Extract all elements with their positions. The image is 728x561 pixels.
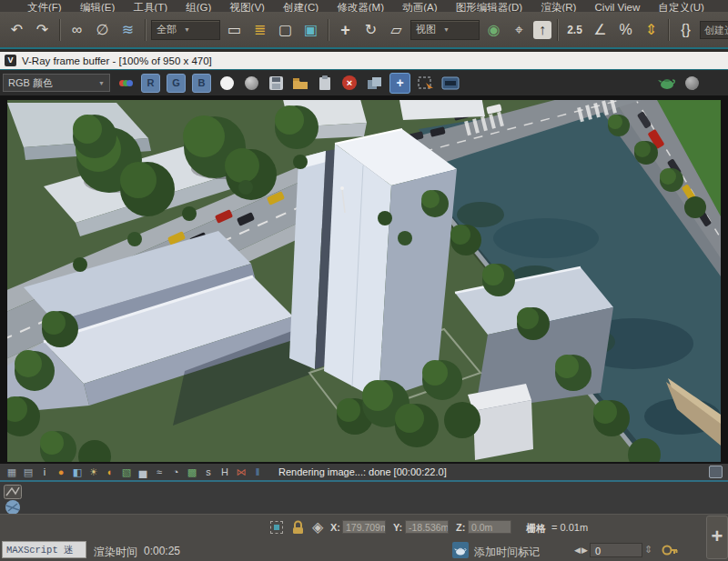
vfb-srgb-icon[interactable]: s [200,466,217,479]
vfb-clear-image-icon[interactable]: × [340,74,359,92]
3dsmax-application-window: 文件(F)编辑(E)工具(T)组(G)视图(V)创建(C)修改器(M)动画(A)… [0,0,728,561]
selection-region-icon[interactable] [270,521,283,534]
vfb-track-mouse-icon[interactable]: + [389,73,410,94]
current-frame-field[interactable]: 0 [590,543,642,557]
percent-snap-icon[interactable]: % [614,18,637,42]
vfb-render-sphere-icon[interactable] [682,74,701,92]
unlink-selection-icon[interactable]: ∅ [91,18,114,42]
vfb-window-title: V-Ray frame buffer - [100% of 950 x 470] [22,55,212,66]
use-pivot-center-icon[interactable]: ◉ [482,18,505,42]
pan-view-button[interactable]: + [706,516,728,559]
select-object-icon[interactable]: ▭ [223,18,246,42]
angle-snap-icon[interactable]: ∠ [589,18,612,42]
status-bar: 选择了 1 个 对象 ◈ X: 179.709m Y: -18.536m Z: … [0,514,728,539]
redo-icon[interactable]: ↷ [31,18,54,42]
snaps-toggle-icon[interactable]: 2.5 [563,18,586,42]
select-and-manipulate-icon[interactable]: ⌖ [508,18,531,42]
spinner-snap-icon[interactable]: ⇕ [640,18,662,42]
time-tag-teapot-icon[interactable] [452,542,469,558]
menu-item-6[interactable]: 创建(C) [283,0,318,12]
menu-item-5[interactable]: 视图(V) [230,0,265,12]
menu-item-4[interactable]: 组(G) [186,0,211,12]
vfb-load-image-icon[interactable] [291,74,309,92]
vfb-correction-icons: ▦▤i●◧☀◐▧▅≈◔▩sH⋈‖ [4,466,266,479]
render-image[interactable] [7,100,721,462]
vfb-background-icon[interactable]: ▩ [184,466,200,479]
vfb-render-last-teapot-icon[interactable] [658,74,676,92]
vfb-save-image-icon[interactable] [267,74,285,92]
vfb-red-channel-button[interactable]: R [141,74,160,93]
bottom-bar: MAXScript 迷 渲染时间 0:00:25 添加时间标记 ◀▶ 0 ⇕ [0,539,728,561]
absolute-offset-mode-icon[interactable]: ◈ [312,518,323,536]
vfb-region-render-icon[interactable] [417,74,435,92]
vfb-color-sampler-icon[interactable]: ● [53,466,69,479]
vfb-green-channel-button[interactable]: G [167,74,186,93]
x-coordinate-field[interactable]: 179.709m [342,520,386,534]
vfb-history-icon[interactable]: ▤ [20,466,36,479]
vfb-duplicate-to-host-icon[interactable] [365,74,383,92]
vfb-exposure-icon[interactable]: ☀ [86,466,102,479]
menu-item-2[interactable]: 编辑(E) [80,0,115,12]
vfb-channel-dropdown[interactable]: RGB 颜色 ▼ [3,74,110,92]
menu-item-1[interactable]: 文件(F) [27,0,62,12]
vfb-monochrome-icon[interactable] [242,74,260,92]
frame-spinner-icon[interactable]: ⇕ [644,544,652,556]
edit-named-selection-sets-icon[interactable]: {} [674,18,697,42]
select-and-scale-icon[interactable]: ▱ [385,18,408,42]
vfb-white-balance-icon[interactable]: ◧ [69,466,86,479]
vfb-copy-to-clipboard-icon[interactable] [316,74,334,92]
menu-item-3[interactable]: 工具(T) [133,0,167,12]
vfb-channel-value: RGB 颜色 [8,76,53,90]
y-coordinate-field[interactable]: -18.536m [405,520,449,534]
menu-item-11[interactable]: Civil View [595,0,641,12]
menu-item-7[interactable]: 修改器(M) [337,0,384,12]
vfb-levels-icon[interactable]: ▅ [135,466,151,479]
grid-label: 栅格 [526,522,546,536]
vfb-lut-icon[interactable]: H [217,466,233,479]
undo-icon[interactable]: ↶ [5,18,28,42]
vfb-alpha-channel-icon[interactable] [217,74,236,92]
render-time-label: 渲染时间 [94,545,137,560]
vfb-stamp-toggle-icon[interactable] [709,466,723,478]
named-selection-set-field[interactable]: 创建选择集 [700,21,728,39]
vfb-status-bar: ▦▤i●◧☀◐▧▅≈◔▩sH⋈‖ Rendering image...: don… [0,464,728,480]
vfb-curves-icon[interactable]: ≈ [151,466,167,479]
select-and-link-icon[interactable]: ∞ [66,18,88,42]
selection-filter-dropdown[interactable]: 全部 ▼ [151,20,220,40]
add-time-tag-button[interactable]: 添加时间标记 [474,545,540,560]
select-and-rotate-icon[interactable]: ↻ [359,18,382,42]
menu-item-8[interactable]: 动画(A) [402,0,437,12]
menu-item-12[interactable]: 自定义(U) [658,0,703,12]
vfb-stereo-icon[interactable]: ‖ [249,466,266,479]
chevron-down-icon: ▼ [184,26,190,33]
vfb-save-icon[interactable]: ▦ [4,466,20,479]
rectangular-selection-region-icon[interactable]: ▢ [274,18,297,42]
frame-step-arrows[interactable]: ◀▶ [574,546,589,555]
vfb-render-canvas[interactable] [0,95,728,464]
vfb-color-balance-icon[interactable]: ▧ [118,466,135,479]
z-coordinate-field[interactable]: 0.0m [468,520,511,534]
bind-to-space-warp-icon[interactable]: ≋ [116,18,139,42]
keyboard-shortcut-override-icon[interactable]: ↑ [533,21,551,39]
vfb-rgb-channels-icon[interactable] [116,74,135,92]
menu-item-10[interactable]: 渲染(R) [541,0,576,12]
reference-coordinate-dropdown[interactable]: 视图 ▼ [410,20,480,40]
toolbar-separator [557,19,558,41]
window-crossing-icon[interactable]: ▣ [299,18,322,42]
menu-item-9[interactable]: 图形编辑器(D) [456,0,522,12]
set-key-icon[interactable] [662,543,678,561]
vfb-hue-saturation-icon[interactable]: ◐ [102,466,118,479]
vfb-stamp-icon[interactable] [441,74,460,92]
vfb-blue-channel-button[interactable]: B [192,74,211,93]
chevron-down-icon: ▼ [443,26,450,33]
maxscript-mini-listener[interactable]: MAXScript 迷 [2,541,86,558]
select-by-name-icon[interactable]: ≣ [248,18,271,42]
select-and-move-icon[interactable]: + [334,18,357,42]
vfb-title-bar[interactable]: V V-Ray frame buffer - [100% of 950 x 47… [0,52,728,69]
render-time-value: 0:00:25 [144,545,180,557]
vfb-pixel-info-icon[interactable]: i [36,466,53,479]
y-coordinate-label: Y: [393,522,402,533]
vfb-ab-compare-icon[interactable]: ⋈ [233,466,249,479]
vfb-exposure-gauge-icon[interactable]: ◔ [167,466,184,479]
selection-lock-icon[interactable] [291,520,305,538]
